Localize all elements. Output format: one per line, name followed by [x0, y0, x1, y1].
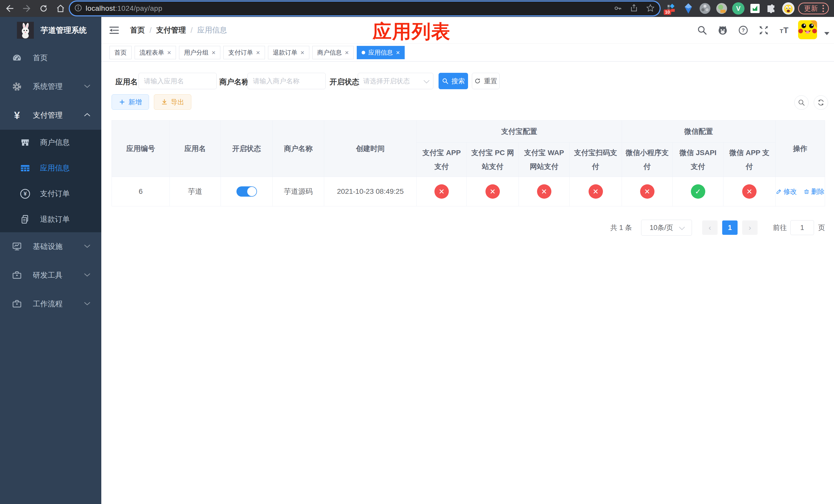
prev-page-button[interactable]: ‹ — [702, 221, 718, 235]
refresh-table-button[interactable] — [814, 95, 828, 110]
breadcrumb-section[interactable]: 支付管理 — [156, 25, 186, 36]
edit-link[interactable]: 修改 — [776, 187, 797, 196]
close-icon[interactable]: × — [212, 49, 215, 56]
extension-icon-devtools[interactable]: 10 — [665, 2, 679, 15]
search-button[interactable]: 搜索 — [439, 73, 468, 89]
app-name-input[interactable] — [138, 73, 217, 89]
url-text: localhost:1024/pay/app — [86, 4, 162, 13]
refresh-icon — [817, 99, 825, 107]
col-app-id: 应用编号 — [112, 120, 170, 177]
tag-merchant-info[interactable]: 商户信息× — [312, 46, 354, 59]
yen-circle-icon: ¥ — [20, 188, 31, 200]
sidebar-item-system[interactable]: 系统管理 — [0, 72, 101, 101]
chevron-down-icon — [84, 244, 90, 249]
extensions-puzzle-icon[interactable] — [765, 2, 778, 15]
breadcrumb-home[interactable]: 首页 — [130, 25, 145, 36]
sidebar-item-app-info[interactable]: 应用信息 — [0, 155, 101, 181]
bookmark-star-icon[interactable] — [646, 4, 655, 13]
extension-icon-vue-devtools[interactable]: V — [731, 2, 745, 15]
tag-refund-orders[interactable]: 退款订单× — [268, 46, 309, 59]
sidebar-item-payment[interactable]: ¥ 支付管理 — [0, 101, 101, 130]
close-icon[interactable]: × — [345, 49, 349, 56]
status-select[interactable]: 请选择开启状态 — [358, 73, 433, 89]
browser-back-button[interactable] — [4, 2, 16, 15]
close-icon[interactable]: × — [301, 49, 304, 56]
download-icon — [161, 99, 168, 105]
yen-icon: ¥ — [11, 110, 23, 121]
sidebar-item-merchant-info[interactable]: 商户信息 — [0, 130, 101, 155]
close-icon[interactable]: × — [167, 49, 171, 56]
avatar-caret-icon[interactable] — [824, 32, 829, 35]
main-content: 应用名 商户名称 开启状态 请选择开启状态 搜索 重置 新增 导出 应用编号 — [101, 62, 834, 504]
toggle-search-button[interactable] — [794, 95, 809, 110]
goto-page-input[interactable] — [790, 220, 814, 235]
sidebar: 芋道管理系统 首页 系统管理 ¥ 支付管理 商户信息 — [0, 17, 101, 504]
extension-icon-green-doc[interactable] — [748, 2, 762, 15]
svg-text:?: ? — [742, 27, 745, 33]
next-page-button[interactable]: › — [742, 221, 758, 235]
delete-link[interactable]: 删除 — [804, 187, 825, 196]
trash-icon — [804, 188, 810, 194]
sidebar-collapse-icon[interactable] — [109, 25, 120, 36]
total-count: 共 1 条 — [610, 223, 632, 232]
status-label: 开启状态 — [330, 77, 359, 87]
browser-forward-button[interactable] — [21, 2, 33, 15]
fullscreen-icon[interactable] — [757, 24, 770, 37]
app-logo[interactable]: 芋道管理系统 — [0, 17, 101, 44]
sidebar-item-home[interactable]: 首页 — [0, 44, 101, 72]
font-size-icon[interactable]: TT — [777, 24, 791, 37]
help-icon[interactable]: ? — [737, 24, 750, 37]
col-alipay-wap: 支付宝 WAP 网站支付 — [519, 142, 570, 177]
profile-emoji-avatar[interactable] — [782, 2, 795, 15]
extension-icon-propeller[interactable] — [698, 2, 712, 15]
svg-text:T: T — [780, 28, 783, 35]
extension-icon-gem[interactable] — [681, 2, 695, 15]
browser-menu-icon[interactable] — [822, 5, 824, 12]
cell-created: 2021-10-23 08:49:25 — [324, 177, 417, 206]
refresh-icon — [474, 78, 481, 84]
status-badge-alipay-pc: ✕ — [485, 184, 500, 199]
rabbit-logo-image — [17, 22, 34, 39]
status-badge-wechat-app: ✕ — [742, 184, 756, 199]
tag-user-group[interactable]: 用户分组× — [179, 46, 220, 59]
tag-home[interactable]: 首页 — [110, 46, 132, 59]
cell-merchant: 芋道源码 — [272, 177, 324, 206]
browser-reload-button[interactable] — [38, 2, 50, 15]
extension-icon-avatar[interactable] — [715, 2, 729, 15]
share-icon[interactable] — [630, 4, 638, 13]
annotation-title: 应用列表 — [373, 19, 451, 45]
enabled-switch[interactable] — [237, 186, 257, 197]
browser-update-button[interactable]: 更新 — [798, 3, 829, 14]
tag-pay-orders[interactable]: 支付订单× — [223, 46, 265, 59]
chevron-up-icon — [84, 113, 90, 118]
sidebar-item-workflow[interactable]: 工作流程 — [0, 290, 101, 318]
sidebar-item-infrastructure[interactable]: 基础设施 — [0, 232, 101, 261]
github-icon[interactable] — [716, 24, 729, 37]
cell-app-id: 6 — [112, 177, 170, 206]
browser-home-button[interactable] — [54, 2, 67, 15]
tag-app-info-active[interactable]: 应用信息× — [357, 46, 405, 59]
site-info-icon[interactable] — [74, 4, 82, 13]
search-icon — [442, 78, 448, 84]
current-page-button[interactable]: 1 — [722, 221, 738, 235]
merchant-name-input[interactable] — [247, 73, 326, 89]
password-key-icon[interactable] — [613, 4, 622, 13]
briefcase-icon — [11, 270, 23, 281]
sidebar-item-refund-orders[interactable]: 退款订单 — [0, 207, 101, 232]
add-button[interactable]: 新增 — [112, 94, 149, 110]
reset-button[interactable]: 重置 — [472, 73, 500, 89]
user-avatar[interactable] — [798, 20, 817, 40]
export-button[interactable]: 导出 — [154, 94, 191, 110]
page-size-select[interactable]: 10条/页 — [641, 220, 692, 235]
header-search-icon[interactable] — [696, 24, 709, 37]
page-unit-label: 页 — [818, 223, 825, 232]
close-icon[interactable]: × — [256, 49, 260, 56]
tag-process-form[interactable]: 流程表单× — [135, 46, 176, 59]
address-bar[interactable]: localhost:1024/pay/app — [70, 2, 660, 15]
col-alipay-app: 支付宝 APP 支付 — [417, 142, 467, 177]
sidebar-item-pay-orders[interactable]: ¥ 支付订单 — [0, 181, 101, 207]
close-icon[interactable]: × — [396, 49, 400, 56]
sidebar-item-dev-tools[interactable]: 研发工具 — [0, 261, 101, 290]
app-title: 芋道管理系统 — [41, 25, 87, 36]
col-wechat-jsapi: 微信 JSAPI 支付 — [673, 142, 723, 177]
